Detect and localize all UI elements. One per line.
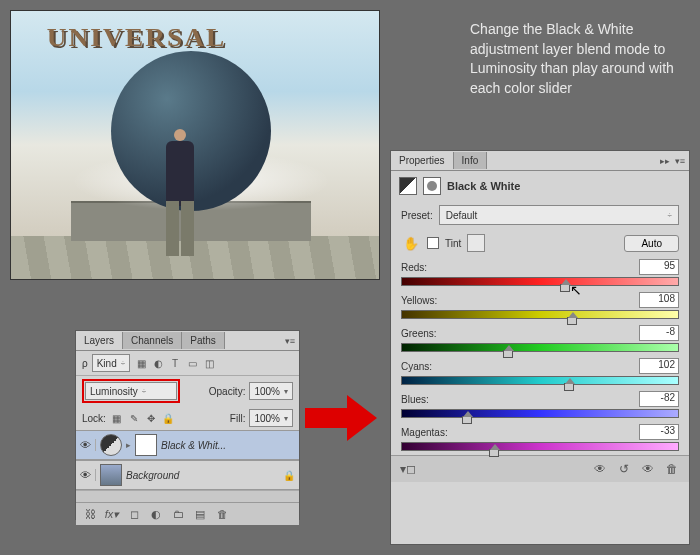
filter-adjust-icon[interactable]: ◐ [151,356,165,370]
color-track[interactable] [401,442,679,451]
properties-title: Black & White [447,180,520,192]
tab-layers[interactable]: Layers [76,332,123,349]
panel-menu-icon[interactable]: ▾≡ [281,334,299,348]
blend-opacity-row: Luminosity÷ Opacity: 100%▾ [76,376,299,406]
visibility-icon[interactable]: 👁 [80,439,96,451]
lock-icon: 🔒 [283,470,295,481]
group-icon[interactable]: 🗀 [170,507,186,521]
slider-knob[interactable] [503,350,513,358]
color-slider-magentas: Magentas:-33 [391,422,689,455]
slider-knob[interactable] [462,416,472,424]
lock-pixels-icon[interactable]: ✎ [127,411,141,425]
color-track[interactable]: ↖ [401,277,679,286]
color-value-input[interactable]: 102 [639,358,679,374]
color-slider-reds: Reds:95↖ [391,257,689,290]
bg-thumb [100,464,122,486]
slider-knob[interactable] [564,383,574,391]
layer-name: Black & Whit... [161,440,226,451]
slider-knob[interactable] [567,317,577,325]
color-value-input[interactable]: -33 [639,424,679,440]
slider-knob[interactable] [560,284,570,292]
tab-info[interactable]: Info [454,152,488,169]
trash-icon[interactable]: 🗑 [214,507,230,521]
tab-channels[interactable]: Channels [123,332,182,349]
color-name: Greens: [401,328,437,339]
filter-type-icon[interactable]: T [168,356,182,370]
trash-icon[interactable]: 🗑 [663,461,681,477]
color-value-input[interactable]: 95 [639,259,679,275]
mask-mode-icon[interactable] [423,177,441,195]
opacity-label: Opacity: [209,386,246,397]
layer-black-white[interactable]: 👁 ▸ Black & Whit... [76,430,299,460]
targeted-adjust-icon[interactable]: ✋ [401,233,421,253]
mask-add-icon[interactable]: ◻ [126,507,142,521]
blend-mode-dropdown[interactable]: Luminosity÷ [85,382,177,400]
color-name: Blues: [401,394,429,405]
layers-tabs: Layers Channels Paths ▾≡ [76,331,299,351]
color-name: Magentas: [401,427,448,438]
properties-footer: ▾◻ 👁 ↺ 👁 🗑 [391,455,689,482]
tint-swatch[interactable] [467,234,485,252]
tutorial-photo: UNIVERSAL [10,10,380,280]
tab-properties[interactable]: Properties [391,152,454,169]
clip-icon[interactable]: ▾◻ [399,461,417,477]
lock-pos-icon[interactable]: ✥ [144,411,158,425]
preset-row: Preset: Default÷ [391,201,689,229]
color-track[interactable] [401,409,679,418]
layers-panel: Layers Channels Paths ▾≡ ρ Kind÷ ▦ ◐ T ▭… [75,330,300,520]
instruction-caption: Change the Black & White adjustment laye… [470,20,680,98]
adjustment-thumb [100,434,122,456]
color-value-input[interactable]: 108 [639,292,679,308]
opacity-field[interactable]: 100%▾ [249,382,293,400]
color-name: Yellows: [401,295,437,306]
tint-label: Tint [445,238,461,249]
visibility-icon[interactable]: 👁 [80,469,96,481]
bw-adjustment-icon[interactable] [399,177,417,195]
lock-fill-row: Lock: ▦ ✎ ✥ 🔒 Fill: 100%▾ [76,406,299,430]
view-previous-icon[interactable]: 👁 [591,461,609,477]
properties-tabs: Properties Info ▸▸ ▾≡ [391,151,689,171]
filter-kind-dropdown[interactable]: Kind÷ [92,354,130,372]
color-track[interactable] [401,376,679,385]
slider-knob[interactable] [489,449,499,457]
lock-all-icon[interactable]: 🔒 [161,411,175,425]
mask-thumb [135,434,157,456]
tint-row: ✋ Tint Auto [391,229,689,257]
adjustment-add-icon[interactable]: ◐ [148,507,164,521]
lock-label: Lock: [82,413,106,424]
properties-header: Black & White [391,171,689,201]
layer-filter-row: ρ Kind÷ ▦ ◐ T ▭ ◫ [76,351,299,376]
color-slider-blues: Blues:-82 [391,389,689,422]
link-icon[interactable]: ⛓ [82,507,98,521]
tint-checkbox[interactable] [427,237,439,249]
color-name: Cyans: [401,361,432,372]
color-track[interactable] [401,343,679,352]
color-value-input[interactable]: -8 [639,325,679,341]
layer-name: Background [126,470,179,481]
color-name: Reds: [401,262,427,273]
fill-field[interactable]: 100%▾ [249,409,293,427]
properties-panel: Properties Info ▸▸ ▾≡ Black & White Pres… [390,150,690,545]
new-layer-icon[interactable]: ▤ [192,507,208,521]
auto-button[interactable]: Auto [624,235,679,252]
photo-sign-text: UNIVERSAL [47,23,227,53]
cursor-icon: ↖ [570,282,582,298]
double-arrow-icon[interactable]: ▸▸ ▾≡ [656,154,689,168]
fx-icon[interactable]: fx▾ [104,507,120,521]
reset-icon[interactable]: ↺ [615,461,633,477]
filter-pixel-icon[interactable]: ▦ [134,356,148,370]
lock-trans-icon[interactable]: ▦ [110,411,124,425]
red-arrow [305,395,377,441]
filter-smart-icon[interactable]: ◫ [202,356,216,370]
layers-footer: ⛓ fx▾ ◻ ◐ 🗀 ▤ 🗑 [76,502,299,525]
layer-background[interactable]: 👁 Background 🔒 [76,460,299,490]
color-track[interactable] [401,310,679,319]
preset-dropdown[interactable]: Default÷ [439,205,679,225]
color-value-input[interactable]: -82 [639,391,679,407]
color-slider-cyans: Cyans:102 [391,356,689,389]
filter-shape-icon[interactable]: ▭ [185,356,199,370]
fill-label: Fill: [230,413,246,424]
preset-label: Preset: [401,210,433,221]
toggle-visibility-icon[interactable]: 👁 [639,461,657,477]
tab-paths[interactable]: Paths [182,332,225,349]
